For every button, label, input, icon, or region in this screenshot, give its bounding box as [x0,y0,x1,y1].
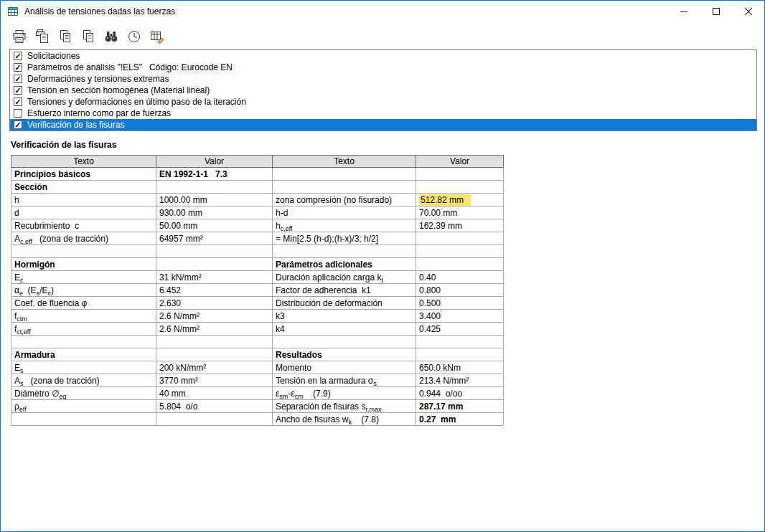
table-row: HormigónParámetros adicionales [11,258,504,271]
table-row: fct,eff2.6 N/mm²k40.425 [11,323,504,336]
maximize-button[interactable] [700,1,732,22]
label-cell: fct,eff [11,323,156,336]
clock-button[interactable] [126,28,143,45]
checkbox-checked-icon[interactable]: ✓ [14,75,22,83]
report-options-list: ✓Solicitaciones✓Parámetros de análisis "… [9,49,757,131]
value-cell: 64957 mm² [156,232,273,245]
value-cell: 930.00 mm [156,206,273,219]
value-cell [156,258,273,271]
label-cell [273,336,416,348]
label-cell: Duración aplicación carga kt [273,271,416,284]
value-cell [416,336,504,348]
maximize-icon [713,8,720,15]
value-cell: 0.27 mm [416,413,504,426]
copy-button[interactable] [57,28,74,45]
label-cell: αe (Es/Ec) [11,284,156,297]
print-button[interactable] [11,28,28,45]
table-row: ArmaduraResultados [11,348,504,361]
value-cell: 650.0 kNm [416,361,504,374]
checkbox-checked-icon[interactable]: ✓ [14,98,22,106]
value-cell: 512.82 mm [416,194,504,206]
label-cell: Separación de fisuras sr,max [273,400,416,413]
value-cell: 50.00 mm [156,219,273,232]
value-cell [416,348,504,361]
value-cell: 2.630 [156,297,273,310]
label-cell: Recubrimiento c [11,219,156,232]
value-cell: 213.4 N/mm² [416,374,504,387]
checkbox-unchecked-icon[interactable] [14,109,22,118]
clock-icon [126,29,142,44]
label-cell: As (zona de tracción) [11,374,156,387]
value-cell [156,245,273,258]
print-preview-button[interactable] [34,28,51,45]
checkbox-checked-icon[interactable]: ✓ [14,63,22,72]
close-button[interactable] [732,1,764,22]
edit-table-button[interactable] [149,28,166,45]
label-cell: εsm-εcm (7.9) [273,387,416,400]
value-cell: 3770 mm² [156,374,273,387]
value-cell: 3.400 [416,310,504,323]
app-icon [7,6,19,17]
value-cell [416,258,504,271]
label-cell: hc,eff [273,219,416,232]
print-preview-icon [34,29,50,44]
value-cell: 287.17 mm [416,400,504,413]
table-row: Sección [11,181,504,194]
label-cell: k3 [273,310,416,323]
option-label: Deformaciónes y tensiones extremas [27,74,169,84]
find-icon [103,29,119,44]
checkbox-checked-icon[interactable]: ✓ [14,120,22,129]
report-option[interactable]: ✓Parámetros de análisis "!ELS" Código: E… [10,62,756,73]
value-cell: 0.944 o/oo [416,387,504,400]
print-icon [11,29,27,44]
label-cell: ρeff [11,400,156,413]
label-cell: Armadura [11,348,156,361]
report-option[interactable]: ✓Deformaciónes y tensiones extremas [10,73,756,85]
value-cell: 2.6 N/mm² [156,310,273,323]
table-row: Ac,eff (zona de tracción)64957 mm²= Min[… [11,232,504,245]
value-cell: 162.39 mm [416,219,504,232]
value-cell [416,168,504,181]
report-option[interactable]: ✓Solicitaciones [10,50,756,62]
label-cell: Principios básicos [11,168,156,181]
copy-page-button[interactable] [80,28,97,45]
table-row: Principios básicosEN 1992-1-1 7.3 [11,168,504,181]
label-cell: Es [11,361,156,374]
report-option[interactable]: ✓Tensiones y deformaciones en último pas… [10,96,756,108]
label-cell: h-d [273,206,416,219]
table-row: Coef. de fluencia φ2.630Distribución de … [11,297,504,310]
label-cell: Ec [11,271,156,284]
table-row: Es200 kN/mm²Momento650.0 kNm [11,361,504,374]
toolbar [11,27,166,47]
table-row: Ancho de fisuras wk (7.8)0.27 mm [11,413,504,426]
option-label: Parámetros de análisis "!ELS" Código: Eu… [27,62,233,72]
label-cell: d [11,206,156,219]
option-label: Tensiones y deformaciones en último paso… [27,97,246,107]
find-button[interactable] [103,28,120,45]
table-row: ρeff5.804 o/oSeparación de fisuras sr,ma… [11,400,504,413]
results-table-body: Principios básicosEN 1992-1-1 7.3Sección… [11,168,504,426]
label-cell: h [11,194,156,206]
report-option[interactable]: ✓Tensión en sección homogénea (Material … [10,85,756,96]
report-option[interactable]: Esfuerzo interno como par de fuerzas [10,108,756,119]
value-cell: 200 kN/mm² [156,361,273,374]
label-cell [11,336,156,348]
label-cell: Coef. de fluencia φ [11,297,156,310]
value-cell [156,336,273,348]
option-label: Solicitaciones [27,51,80,61]
label-cell: = Min[2.5 (h-d);(h-x)/3; h/2] [273,232,416,245]
checkbox-checked-icon[interactable]: ✓ [14,86,22,95]
results-table: Texto Valor Texto Valor Principios básic… [11,155,504,426]
copy-icon [57,29,73,44]
option-label: Tensión en sección homogénea (Material l… [27,85,210,95]
value-cell [156,413,273,426]
label-cell: Factor de adherencia k1 [273,284,416,297]
label-cell: zona compresión (no fisurado) [273,194,416,206]
value-cell [416,232,504,245]
report-option[interactable]: ✓Verificación de las fisuras [10,119,756,130]
minimize-button[interactable] [667,1,700,22]
value-cell [416,245,504,258]
label-cell: Distribución de deformación [273,297,416,310]
value-cell: 70.00 mm [416,206,504,219]
checkbox-checked-icon[interactable]: ✓ [14,52,22,60]
